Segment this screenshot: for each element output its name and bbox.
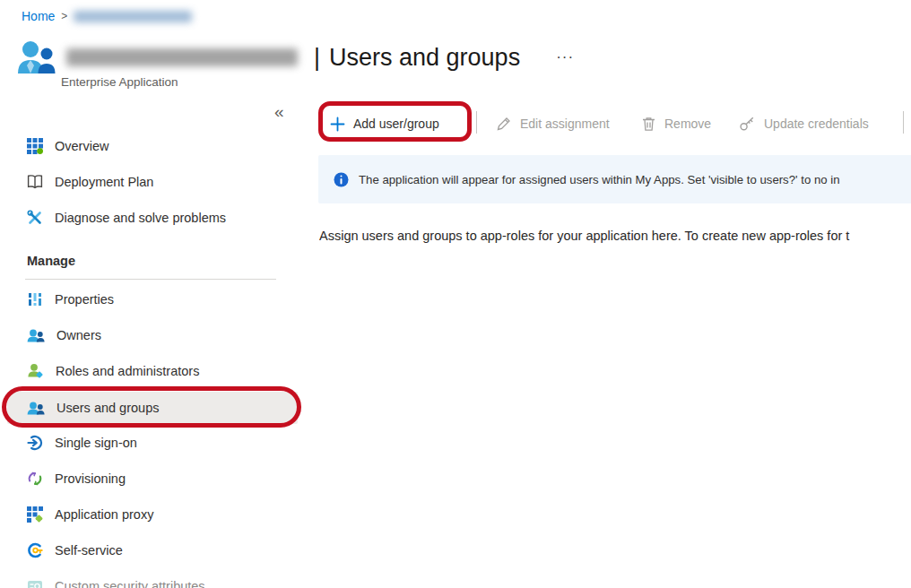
sync-icon <box>27 471 43 487</box>
overflow-menu-button[interactable]: ··· <box>556 48 574 66</box>
sidebar-item-label: Overview <box>55 139 108 153</box>
sidebar-item-roles-administrators[interactable]: Roles and administrators <box>7 355 298 387</box>
sidebar-collapse-button[interactable]: « <box>274 102 284 122</box>
sso-arrow-icon <box>27 435 43 451</box>
sidebar-item-single-sign-on[interactable]: Single sign-on <box>7 427 298 459</box>
plus-icon <box>330 117 345 132</box>
breadcrumb: Home > <box>22 9 192 23</box>
bars-icon <box>27 291 43 307</box>
add-user-group-label: Add user/group <box>353 117 439 131</box>
toolbar-divider <box>903 111 904 134</box>
section-divider <box>25 279 276 280</box>
app-type-subtitle: Enterprise Application <box>61 75 178 89</box>
assign-description-text: Assign users and groups to app-roles for… <box>319 229 911 243</box>
info-banner: The application will appear for assigned… <box>318 155 911 203</box>
sidebar-item-owners[interactable]: Owners <box>7 319 298 351</box>
sidebar-item-properties[interactable]: Properties <box>7 283 298 316</box>
sidebar-item-label: Provisioning <box>55 471 126 486</box>
breadcrumb-home-link[interactable]: Home <box>22 9 55 23</box>
sidebar-item-self-service[interactable]: Self-service <box>7 534 298 566</box>
page-header: | Users and groups ··· <box>16 39 574 75</box>
people-icon <box>27 328 45 343</box>
attribute-icon <box>27 578 43 588</box>
grid-icon <box>27 138 43 154</box>
redacted-app-name <box>66 48 298 66</box>
sidebar-item-label: Diagnose and solve problems <box>55 211 226 225</box>
remove-button[interactable]: Remove <box>641 109 711 138</box>
update-credentials-button[interactable]: Update credentials <box>739 109 869 138</box>
sidebar-item-deployment-plan[interactable]: Deployment Plan <box>7 166 298 198</box>
edit-assignment-button[interactable]: Edit assignment <box>496 109 610 138</box>
sidebar-item-label: Single sign-on <box>55 436 137 450</box>
key-circle-icon <box>27 542 43 558</box>
sidebar-item-application-proxy[interactable]: Application proxy <box>7 498 298 531</box>
info-icon <box>334 172 349 187</box>
sidebar-item-label: Properties <box>55 292 114 307</box>
key-icon <box>739 116 756 132</box>
breadcrumb-separator: > <box>61 10 67 22</box>
sidebar-item-label: Owners <box>56 328 101 342</box>
remove-label: Remove <box>664 117 711 131</box>
banner-text: The application will appear for assigned… <box>359 173 839 186</box>
sidebar-item-label: Self-service <box>55 543 123 558</box>
pencil-icon <box>496 116 512 132</box>
update-credentials-label: Update credentials <box>764 117 869 131</box>
sidebar-item-label: Deployment Plan <box>55 175 153 189</box>
sidebar-item-label: Roles and administrators <box>56 364 199 378</box>
add-user-group-button[interactable]: Add user/group <box>330 109 439 138</box>
book-icon <box>27 174 43 190</box>
toolbar-divider <box>476 111 477 134</box>
page-title-separator: | <box>314 44 320 72</box>
page-title: Users and groups <box>329 44 520 72</box>
sidebar-item-provisioning[interactable]: Provisioning <box>7 463 298 495</box>
proxy-grid-icon <box>27 506 43 523</box>
tools-icon <box>27 210 43 226</box>
person-cube-icon <box>27 363 44 379</box>
sidebar-item-users-and-groups[interactable]: Users and groups <box>7 392 298 424</box>
sidebar-item-overview[interactable]: Overview <box>7 130 298 162</box>
people-icon <box>27 401 45 416</box>
sidebar-item-label: Users and groups <box>56 401 159 415</box>
trash-icon <box>641 116 656 132</box>
breadcrumb-redacted-app-link[interactable] <box>74 11 192 22</box>
edit-assignment-label: Edit assignment <box>520 117 610 131</box>
enterprise-app-users-icon <box>16 39 57 75</box>
sidebar-item-label: Custom security attributes <box>55 579 205 588</box>
sidebar-item-custom-security-attributes[interactable]: Custom security attributes <box>7 570 298 588</box>
sidebar-item-label: Application proxy <box>55 507 153 522</box>
sidebar-section-manage: Manage <box>27 254 75 268</box>
azure-users-groups-page: Home > | Users and groups ··· Enterprise… <box>0 0 911 588</box>
sidebar-item-diagnose[interactable]: Diagnose and solve problems <box>7 202 298 234</box>
